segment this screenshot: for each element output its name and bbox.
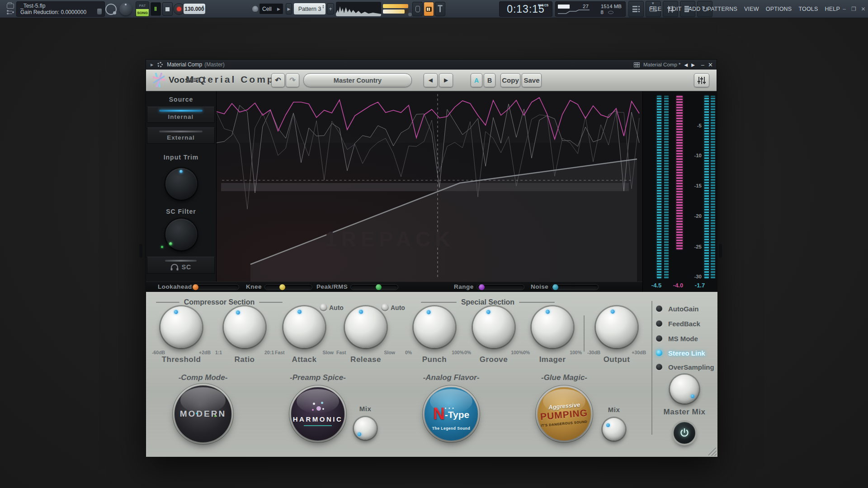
settings-button[interactable] [694, 73, 709, 87]
glue-mix-knob[interactable] [603, 418, 625, 441]
bpm-spinner[interactable]: ▲▼ [202, 5, 204, 9]
play-pause-button[interactable]: ‖ [151, 2, 161, 16]
plugin-minimize[interactable]: – [701, 61, 704, 68]
metronome-tool-button[interactable] [435, 2, 445, 16]
knee-handle[interactable] [279, 284, 285, 290]
autogain-led[interactable] [656, 305, 662, 312]
gear-icon[interactable] [157, 62, 163, 67]
master-mix-knob[interactable] [670, 375, 699, 404]
shift-volume-panel[interactable] [383, 3, 409, 15]
preamp-spice-button[interactable]: HARMONIC [291, 387, 344, 441]
close-button[interactable]: ✕ [859, 5, 867, 13]
msmode-led[interactable] [656, 335, 662, 342]
menu-patterns[interactable]: PATTERNS [708, 6, 737, 12]
toggle-feedback[interactable]: FeedBack [656, 319, 700, 328]
feedback-led[interactable] [656, 320, 662, 327]
preset-next-button[interactable]: ▶ [439, 73, 453, 87]
menu-options[interactable]: OPTIONS [766, 6, 792, 12]
detach-grid-icon[interactable] [634, 62, 640, 67]
menu-view[interactable]: VIEW [744, 6, 759, 12]
pattern-menu-button[interactable]: ▶ [286, 3, 292, 14]
groove-knob[interactable] [473, 306, 514, 348]
lookahead-slider[interactable] [191, 284, 239, 290]
toggle-stereolink[interactable]: Stereo Link [656, 348, 705, 357]
pat-mode[interactable]: PAT [136, 2, 149, 9]
knee-slider[interactable] [264, 284, 312, 290]
mini-knob[interactable] [408, 13, 412, 16]
minimize-button[interactable]: – [840, 5, 848, 13]
stereolink-led[interactable] [656, 350, 662, 356]
redo-button[interactable]: ↷ [286, 73, 299, 87]
shift-bar[interactable] [383, 9, 405, 14]
master-pitch-knob[interactable] [119, 3, 132, 15]
pat-song-switch[interactable]: PAT SONG [136, 1, 149, 17]
volume-bar[interactable] [383, 4, 408, 8]
time-display[interactable]: 0:13:15 M:S:CS [499, 1, 552, 17]
pattern-selector[interactable]: Pattern 3 ▲▼ [294, 3, 326, 14]
sc-listen-button[interactable]: SC [147, 257, 215, 274]
toggle-oversampling[interactable]: OverSampling [656, 362, 714, 371]
metronome-icon[interactable] [252, 6, 258, 12]
punch-knob[interactable] [414, 306, 455, 348]
window-right-handle[interactable] [719, 244, 722, 258]
plugin-menu-caret-icon[interactable]: ▶ [151, 63, 153, 67]
menu-add[interactable]: ADD [689, 6, 701, 12]
glue-magic-button[interactable]: Aggressive PUMPING IT'S DANGEROUS SOUND [538, 387, 591, 441]
add-pattern-button[interactable]: + [327, 3, 334, 14]
preset-display[interactable]: Master Country [303, 73, 412, 87]
prev-plugin-arrow[interactable]: ◀ [684, 62, 688, 67]
save-button[interactable]: Save [522, 73, 542, 87]
tab-external[interactable]: External [147, 127, 215, 144]
threshold-knob[interactable] [160, 306, 202, 348]
peakrms-slider[interactable] [350, 284, 398, 290]
toggle-autogain[interactable]: AutoGain [656, 304, 699, 313]
input-trim-knob[interactable] [165, 168, 197, 200]
menu-edit[interactable]: EDIT [668, 6, 681, 12]
song-mode[interactable]: SONG [136, 9, 149, 16]
cell-selector[interactable]: Cell ▶ [259, 3, 283, 14]
playlist-button[interactable] [628, 1, 644, 17]
range-slider[interactable] [476, 284, 524, 290]
range-handle[interactable] [479, 284, 485, 290]
plugin-close[interactable]: ✕ [708, 61, 713, 68]
tab-internal[interactable]: Internal [147, 107, 215, 123]
menu-tools[interactable]: TOOLS [798, 6, 818, 12]
resize-grip[interactable] [708, 448, 717, 456]
toggle-msmode[interactable]: MS Mode [656, 334, 698, 343]
preset-prev-button[interactable]: ◀ [424, 73, 438, 87]
plugin-titlebar[interactable]: ▶ Material Comp (Master) Material Comp *… [146, 60, 717, 70]
comp-mode-button[interactable]: MODERN [175, 385, 231, 442]
output-knob[interactable] [596, 306, 637, 348]
preamp-mix-knob[interactable] [354, 417, 377, 440]
oscilloscope[interactable] [336, 2, 381, 16]
menu-help[interactable]: HELP [825, 6, 840, 12]
stop-button[interactable] [162, 2, 173, 16]
imager-knob[interactable] [532, 306, 573, 348]
attack-knob[interactable] [283, 306, 325, 348]
peakrms-handle[interactable] [376, 284, 382, 290]
transfer-graph[interactable]: 1REPACK [217, 91, 642, 282]
ab-a-button[interactable]: A [471, 73, 482, 87]
power-button[interactable] [674, 422, 695, 444]
menu-file[interactable]: FILE [649, 6, 661, 12]
restore-button[interactable]: ❐ [850, 5, 858, 13]
ab-b-button[interactable]: B [484, 73, 495, 87]
oversampling-led[interactable] [656, 364, 662, 370]
typing-keyboard-button[interactable] [424, 2, 434, 16]
window-left-handle[interactable] [139, 244, 142, 258]
ratio-knob[interactable] [224, 306, 265, 348]
noise-slider[interactable] [551, 284, 599, 290]
pattern-spinner[interactable]: ▲▼ [322, 5, 325, 9]
lookahead-handle[interactable] [193, 284, 198, 290]
master-volume-knob[interactable] [105, 4, 117, 15]
undo-button[interactable]: ↶ [271, 73, 285, 87]
bpm-display[interactable]: 130.000 ▲▼ [184, 4, 205, 14]
analog-flavor-button[interactable]: N • • • -Type The Legend Sound [425, 387, 478, 441]
release-knob[interactable] [345, 306, 387, 348]
noise-handle[interactable] [552, 284, 558, 290]
copy-button[interactable]: Copy [500, 73, 520, 87]
next-plugin-arrow[interactable]: ▶ [691, 62, 695, 67]
sc-filter-knob[interactable] [165, 219, 197, 250]
meter-panel: -5 -10 -15 -20 -25 -30 -4.5 -4.0 -1.7 [642, 91, 717, 292]
touch-controller-button[interactable] [412, 2, 423, 16]
